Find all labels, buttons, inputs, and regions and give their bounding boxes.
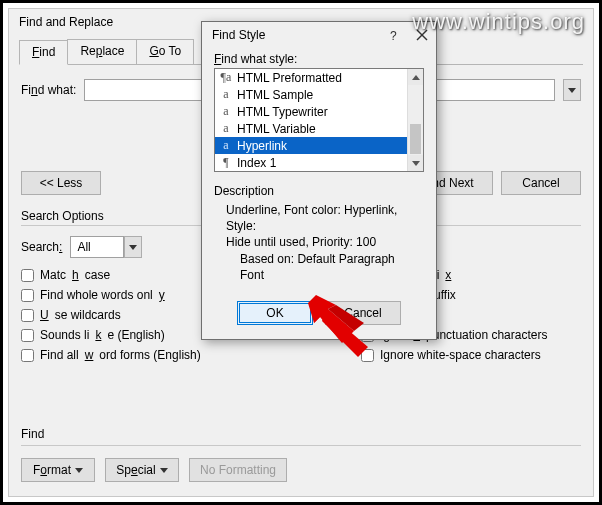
all-word-forms-checkbox[interactable]: Find all word forms (English) — [21, 348, 321, 362]
chevron-down-icon — [568, 88, 576, 93]
tab-replace[interactable]: Replace — [67, 39, 137, 64]
modal-titlebar[interactable]: Find Style ? — [202, 22, 436, 48]
tab-find[interactable]: Find — [19, 40, 68, 65]
list-item[interactable]: aHTML Typewriter — [215, 103, 407, 120]
cancel-button[interactable]: Cancel — [501, 171, 581, 195]
chevron-down-icon — [160, 468, 168, 473]
find-what-label: Find what: — [21, 83, 76, 97]
help-icon[interactable]: ? — [390, 28, 402, 42]
description-label: Description — [214, 184, 424, 198]
ignore-whitespace-checkbox[interactable]: Ignore white-space characters — [361, 348, 581, 362]
style-listbox[interactable]: ¶aHTML Preformatted aHTML Sample aHTML T… — [214, 68, 424, 172]
paragraph-icon: ¶a — [219, 70, 233, 85]
modal-cancel-button[interactable]: Cancel — [325, 301, 401, 325]
paragraph-icon: ¶ — [219, 155, 233, 170]
find-style-dialog: Find Style ? Find what style: ¶aHTML Pre… — [201, 21, 437, 340]
char-style-icon: a — [219, 87, 233, 102]
char-style-icon: a — [219, 104, 233, 119]
no-formatting-button[interactable]: No Formatting — [189, 458, 287, 482]
scroll-up-button[interactable] — [408, 69, 423, 85]
char-style-icon: a — [219, 138, 233, 153]
list-item[interactable]: aHTML Sample — [215, 86, 407, 103]
list-item-selected[interactable]: aHyperlink — [215, 137, 407, 154]
find-what-style-label: Find what style: — [214, 52, 424, 66]
close-icon[interactable] — [416, 29, 428, 41]
tab-goto[interactable]: Go To — [136, 39, 194, 64]
less-button[interactable]: << Less — [21, 171, 101, 195]
ok-button[interactable]: OK — [237, 301, 313, 325]
search-direction-dropdown[interactable] — [124, 236, 142, 258]
find-group-label: Find — [21, 427, 581, 441]
special-button[interactable]: Special — [105, 458, 179, 482]
description-text: Underline, Font color: Hyperlink, Style:… — [214, 198, 424, 283]
chevron-down-icon — [75, 468, 83, 473]
scroll-thumb[interactable] — [410, 124, 421, 154]
list-item[interactable]: ¶aHTML Preformatted — [215, 69, 407, 86]
scrollbar[interactable] — [407, 69, 423, 171]
scroll-down-button[interactable] — [408, 155, 423, 171]
search-direction-label: Search: — [21, 240, 62, 254]
svg-text:?: ? — [390, 29, 397, 42]
list-item[interactable]: aHTML Variable — [215, 120, 407, 137]
modal-title: Find Style — [212, 28, 265, 42]
find-what-dropdown[interactable] — [563, 79, 581, 101]
chevron-down-icon — [129, 245, 137, 250]
list-item[interactable]: ¶Index 1 — [215, 154, 407, 171]
search-direction-select[interactable]: All — [70, 236, 124, 258]
format-button[interactable]: Format — [21, 458, 95, 482]
char-style-icon: a — [219, 121, 233, 136]
